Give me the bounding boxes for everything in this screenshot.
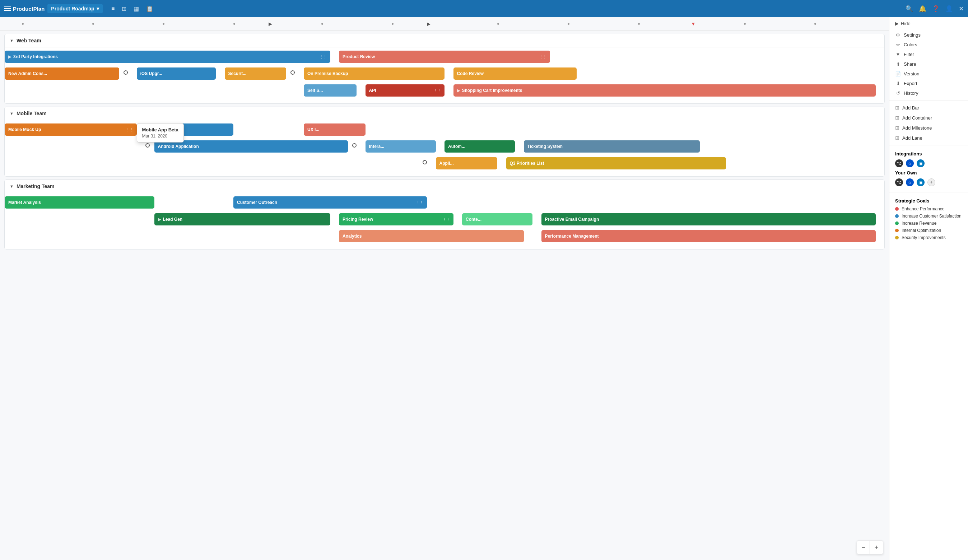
bar-intera[interactable]: Intera...: [366, 140, 436, 152]
zoom-out-btn[interactable]: −: [857, 541, 870, 554]
split-view-btn[interactable]: ⊞: [119, 3, 129, 14]
bar-api[interactable]: API ⋮⋮: [366, 84, 445, 96]
team-header-web[interactable]: ▼ Web Team: [5, 34, 884, 47]
help-icon[interactable]: ❓: [932, 5, 940, 13]
sg-dot-orange: [895, 229, 899, 232]
bar-q3[interactable]: Q3 Priorities List: [506, 157, 726, 169]
mobile-team-rows: Mobile App Beta Mar 31, 2020 Mobile Mock…: [5, 120, 884, 176]
sidebar-filter[interactable]: ▼ Filter: [889, 50, 968, 59]
team-section-mobile: ▼ Mobile Team Mobile App Beta Mar 31, 20…: [4, 107, 885, 177]
sidebar-colors[interactable]: ✏ Colors: [889, 40, 968, 50]
version-icon: 📄: [895, 71, 901, 76]
add-lane-btn[interactable]: ⊞ Add Lane: [889, 133, 968, 143]
bar-code-review[interactable]: Code Review: [454, 68, 577, 80]
bar-ios[interactable]: iOS Upgr...: [137, 68, 216, 80]
view-icons: ≡ ⊞ ▦ 📋: [108, 3, 156, 14]
bar-android[interactable]: Android Application: [154, 140, 348, 152]
milestone-android-end: [352, 143, 356, 147]
sg-security-improvements: Security Improvements: [895, 235, 962, 240]
milestone-android: [146, 143, 150, 147]
your-trello-icon[interactable]: ▣: [917, 179, 925, 186]
bar-appli[interactable]: Appli...: [436, 157, 498, 169]
bar-self-s[interactable]: Self S...: [304, 84, 356, 96]
grid-view-btn[interactable]: ▦: [131, 3, 142, 14]
bar-customer-outreach[interactable]: Customer Outreach ⋮⋮: [234, 196, 427, 209]
bar-on-premise[interactable]: On Premise Backup: [304, 68, 444, 80]
team-header-marketing[interactable]: ▼ Marketing Team: [5, 180, 884, 193]
bar-shopping-cart[interactable]: ▶ Shopping Cart Improvements: [454, 84, 876, 96]
integration-icons: ⌥ ◇ ▣: [895, 159, 962, 167]
add-container-btn[interactable]: ⊞ Add Container: [889, 113, 968, 123]
add-bar-btn[interactable]: ⊞ Add Bar: [889, 103, 968, 113]
milestone-1: [124, 70, 128, 75]
team-name-marketing: Marketing Team: [17, 184, 55, 189]
topnav: ProductPlan Product Roadmap ▾ ≡ ⊞ ▦ 📋 🔍 …: [0, 0, 968, 17]
bell-icon[interactable]: 🔔: [919, 5, 927, 13]
team-section-marketing: ▼ Marketing Team Market Analysis Custome…: [4, 179, 885, 250]
bar-conte[interactable]: Conte...: [462, 213, 532, 225]
your-github-icon[interactable]: ⌥: [895, 179, 903, 186]
search-icon[interactable]: 🔍: [905, 5, 913, 13]
web-row-1: ▶ 3rd Party Integrations ⋮⋮ Product Revi…: [5, 51, 884, 66]
chevron-icon: ▼: [10, 38, 14, 43]
sg-dot-red: [895, 207, 899, 211]
zoom-controls: − +: [857, 541, 883, 554]
mkt-row-1: Market Analysis Customer Outreach ⋮⋮: [5, 196, 884, 212]
zoom-in-btn[interactable]: +: [870, 541, 883, 554]
settings-icon: ⚙: [895, 32, 901, 38]
bar-lead-gen[interactable]: ▶ Lead Gen: [154, 213, 330, 225]
topnav-right: 🔍 🔔 ❓ 👤 ✕: [905, 5, 964, 13]
clipboard-view-btn[interactable]: 📋: [143, 3, 156, 14]
user-icon[interactable]: 👤: [945, 5, 953, 13]
sg-customer-satisfaction: Increase Customer Satisfaction: [895, 214, 962, 219]
bar-market-analysis[interactable]: Market Analysis: [5, 196, 154, 209]
list-view-btn[interactable]: ≡: [108, 3, 118, 14]
sidebar-share[interactable]: ⬆ Share: [889, 59, 968, 69]
export-label: Export: [904, 81, 917, 86]
team-name-mobile: Mobile Team: [17, 111, 47, 116]
milestone-2: [290, 70, 295, 75]
chevron-icon-marketing: ▼: [10, 184, 14, 189]
bar-autom[interactable]: Autom...: [444, 140, 515, 152]
sidebar-settings[interactable]: ⚙ Settings: [889, 30, 968, 40]
bar-performance-mgmt[interactable]: Performance Management: [542, 230, 876, 242]
sg-increase-revenue: Increase Revenue: [895, 221, 962, 226]
close-icon[interactable]: ✕: [959, 5, 964, 13]
bar-mobile-mockup[interactable]: Mobile Mock Up ⋮⋮: [5, 124, 137, 136]
bar-3rd-party[interactable]: ▶ 3rd Party Integrations ⋮⋮: [5, 51, 330, 63]
menu-icon[interactable]: [4, 7, 11, 11]
bar-new-admin[interactable]: New Admin Cons...: [5, 68, 119, 80]
app-logo[interactable]: ProductPlan: [4, 6, 45, 12]
colors-label: Colors: [904, 42, 917, 47]
trello-icon[interactable]: ▣: [917, 159, 925, 167]
bar-product-review[interactable]: Product Review ⋮⋮: [339, 51, 550, 63]
sidebar-hide-btn[interactable]: ▶ Hide: [889, 17, 968, 30]
jira-icon[interactable]: ◇: [906, 159, 914, 167]
roadmap-area[interactable]: ▶ ▶ ▼ ▼ Web Team ▶: [0, 17, 889, 560]
github-icon[interactable]: ⌥: [895, 159, 903, 167]
sg-internal-optimization: Internal Optimization: [895, 228, 962, 233]
your-jira-icon[interactable]: ◇: [906, 179, 914, 186]
team-header-mobile[interactable]: ▼ Mobile Team: [5, 107, 884, 120]
sidebar-version[interactable]: 📄 Version: [889, 69, 968, 79]
add-integration-icon[interactable]: +: [927, 179, 935, 186]
your-own-title: Your Own: [895, 170, 962, 176]
team-section-web: ▼ Web Team ▶ 3rd Party Integrations ⋮⋮ P…: [4, 34, 885, 104]
strategic-goals-section: Strategic Goals Enhance Performance Incr…: [889, 195, 968, 246]
bar-ticketing[interactable]: Ticketing System: [524, 140, 700, 152]
bar-pricing-review[interactable]: Pricing Review ⋮⋮: [339, 213, 454, 225]
sidebar-history[interactable]: ↺ History: [889, 88, 968, 98]
bar-security[interactable]: Securit...: [225, 68, 287, 80]
bar-proactive-email[interactable]: Proactive Email Campaign: [542, 213, 876, 225]
sidebar-divider-2: [889, 145, 968, 146]
mobile-row-3: Appli... Q3 Priorities List: [5, 157, 884, 173]
product-dropdown[interactable]: Product Roadmap ▾: [47, 4, 103, 13]
mkt-row-3: Analytics Performance Management: [5, 230, 884, 246]
bar-analytics[interactable]: Analytics: [339, 230, 524, 242]
share-icon: ⬆: [895, 61, 901, 67]
sidebar-export[interactable]: ⬇ Export: [889, 79, 968, 88]
bar-ux[interactable]: UX I...: [304, 124, 366, 136]
mkt-row-2: ▶ Lead Gen Pricing Review ⋮⋮ Conte... Pr…: [5, 213, 884, 229]
add-milestone-btn[interactable]: ⊞ Add Milestone: [889, 123, 968, 133]
main-layout: ▶ ▶ ▼ ▼ Web Team ▶: [0, 17, 968, 560]
